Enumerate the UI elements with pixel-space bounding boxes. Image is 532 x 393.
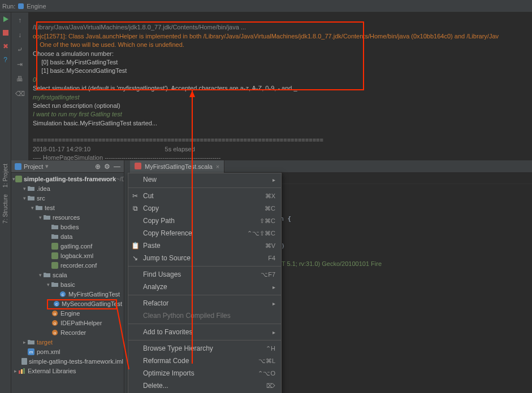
tree-node[interactable]: ▾basic	[11, 280, 124, 289]
editor-tab[interactable]: MyFirstGatlingTest.scala ×	[130, 160, 224, 173]
console-line: myfirstgatlingtest	[33, 94, 80, 101]
menu-item: Clean Python Compiled Files	[128, 309, 281, 322]
editor-tabs: MyFirstGatlingTest.scala ×	[130, 160, 532, 173]
tree-node[interactable]: mpom.xml	[11, 347, 124, 356]
svg-rect-20	[23, 368, 25, 374]
console-line: Select simulation id (default is 'myfirs…	[33, 85, 297, 91]
console-line: [0] basic.MyFirstGatlingTest	[33, 59, 118, 66]
console-line: [1] basic.MySecondGatlingTest	[33, 67, 127, 74]
menu-item[interactable]: Reformat Code⌥⌘L	[128, 355, 281, 367]
tree-node[interactable]: logback.xml	[11, 251, 124, 260]
console-line: ---- HomePageSimulation ----------------…	[33, 154, 220, 160]
run-config-icon	[18, 3, 24, 10]
menu-item[interactable]: New▸	[128, 173, 281, 186]
console-output[interactable]: /Library/Java/JavaVirtualMachines/jdk1.8…	[28, 12, 532, 160]
tree-node[interactable]: ▾src	[11, 193, 124, 203]
external-libraries[interactable]: ▸External Libraries	[11, 366, 124, 375]
tree-node[interactable]: ▾resources	[11, 212, 124, 222]
help-button[interactable]: ?	[1, 55, 10, 64]
tree-node[interactable]: cMySecondGatlingTest	[11, 299, 124, 308]
run-label: Run:	[2, 3, 15, 10]
svg-text:m: m	[29, 350, 33, 355]
menu-item[interactable]: Add to Favorites▸	[128, 326, 281, 338]
menu-item[interactable]: Refactor▸	[128, 297, 281, 309]
collapse-icon[interactable]: ⊕	[95, 163, 101, 171]
tree-root[interactable]: ▾simple-gatling-tests-framework ~/D	[11, 174, 124, 184]
svg-text:c: c	[55, 302, 58, 307]
hide-icon[interactable]: —	[114, 163, 120, 171]
menu-item[interactable]: Optimize Imports⌃⌥O	[128, 367, 281, 379]
console-line: ========================================…	[33, 137, 323, 143]
console-line: One of the two will be used. Which one i…	[33, 41, 184, 48]
scala-file-icon	[135, 163, 141, 171]
svg-rect-2	[3, 30, 8, 36]
console-line: Simulation basic.MyFirstGatlingTest star…	[33, 120, 157, 126]
menu-item[interactable]: Analyze▸	[128, 281, 281, 293]
menu-item[interactable]: ↘Jump to SourceF4	[128, 252, 281, 264]
print-icon[interactable]: 🖶	[14, 73, 25, 85]
svg-text:o: o	[54, 311, 57, 316]
close-button[interactable]: ✖	[1, 42, 10, 51]
svg-rect-0	[18, 3, 24, 9]
svg-rect-19	[21, 369, 23, 374]
scroll-end-icon[interactable]: ⇥	[14, 59, 25, 70]
svg-rect-18	[19, 370, 20, 374]
tree-node[interactable]: ▸target	[11, 337, 124, 347]
tree-node[interactable]: oEngine	[11, 308, 124, 318]
dropdown-icon[interactable]: ▾	[45, 163, 49, 170]
menu-item[interactable]: Copy Path⇧⌘C	[128, 215, 281, 227]
menu-item[interactable]: Browse Type Hierarchy⌃H	[128, 342, 281, 355]
project-panel: Project ▾ ⊕ ⚙ — ▾simple-gatling-tests-fr…	[11, 160, 124, 393]
far-left-gutter: ✖ ?	[0, 12, 11, 160]
svg-text:o: o	[54, 330, 57, 335]
tree-node[interactable]: oIDEPathHelper	[11, 318, 124, 328]
tree-node[interactable]: cMyFirstGatlingTest	[11, 289, 124, 299]
svg-text:o: o	[54, 321, 57, 326]
run-toolwindow-header: Run: Engine	[0, 0, 532, 12]
svg-rect-3	[15, 163, 21, 170]
menu-item[interactable]: Find Usages⌥F7	[128, 268, 281, 281]
menu-item[interactable]: Delete...⌦	[128, 379, 281, 392]
svg-rect-4	[15, 176, 22, 182]
clear-icon[interactable]: ⌫	[14, 88, 25, 99]
tree-node[interactable]: data	[11, 232, 124, 241]
console-line: objc[12571]: Class JavaLaunchHelper is i…	[33, 33, 499, 40]
menu-item[interactable]: 📋Paste⌘V	[128, 239, 281, 252]
console-line: Select run description (optional)	[33, 102, 120, 109]
project-tab[interactable]: 1: Project	[1, 160, 10, 191]
stop-button[interactable]	[1, 28, 10, 37]
tree-node[interactable]: recorder.conf	[11, 260, 124, 270]
softwrap-icon[interactable]: ⤶	[14, 44, 25, 55]
svg-text:c: c	[62, 292, 64, 297]
console-line: /Library/Java/JavaVirtualMachines/jdk1.8…	[33, 24, 246, 30]
tree-node[interactable]: ▾test	[11, 203, 124, 212]
console-line: 2018-01-17 14:29:10 5s elapsed	[33, 146, 195, 152]
settings-icon[interactable]: ⚙	[104, 163, 110, 171]
menu-item[interactable]: ⧉Copy⌘C	[128, 202, 281, 215]
tree-node[interactable]: simple-gatling-tests-framework.iml	[11, 356, 124, 366]
svg-rect-17	[21, 358, 27, 365]
tree-node[interactable]: bodies	[11, 222, 124, 232]
svg-marker-1	[3, 16, 8, 22]
rerun-button[interactable]	[1, 15, 10, 24]
close-tab-icon[interactable]: ×	[216, 163, 219, 170]
project-icon	[15, 163, 21, 170]
project-tree[interactable]: ▾simple-gatling-tests-framework ~/D▾.ide…	[11, 173, 124, 393]
tree-node[interactable]: ▾scala	[11, 270, 124, 280]
structure-tab[interactable]: 7: Structure	[1, 191, 10, 227]
console-line: I want to run my first Gatling test	[33, 111, 122, 117]
tree-node[interactable]: oRecorder	[11, 328, 124, 337]
tree-node[interactable]: ▾.idea	[11, 184, 124, 193]
left-tool-tabs: 1: Project 7: Structure	[0, 160, 11, 393]
console-line: 0	[33, 76, 36, 83]
console-line: Choose a simulation number:	[33, 50, 114, 57]
menu-item[interactable]: Copy Reference⌃⌥⇧⌘C	[128, 227, 281, 239]
menu-item[interactable]: ✂Cut⌘X	[128, 190, 281, 202]
run-config-name: Engine	[27, 3, 46, 10]
tab-label: MyFirstGatlingTest.scala	[145, 163, 213, 170]
project-panel-header: Project ▾ ⊕ ⚙ —	[11, 160, 124, 173]
tree-node[interactable]: gatling.conf	[11, 241, 124, 251]
down-icon[interactable]: ↓	[14, 29, 25, 41]
up-icon[interactable]: ↑	[14, 15, 25, 26]
console-toolbar: ↑ ↓ ⤶ ⇥ 🖶 ⌫	[11, 12, 28, 160]
